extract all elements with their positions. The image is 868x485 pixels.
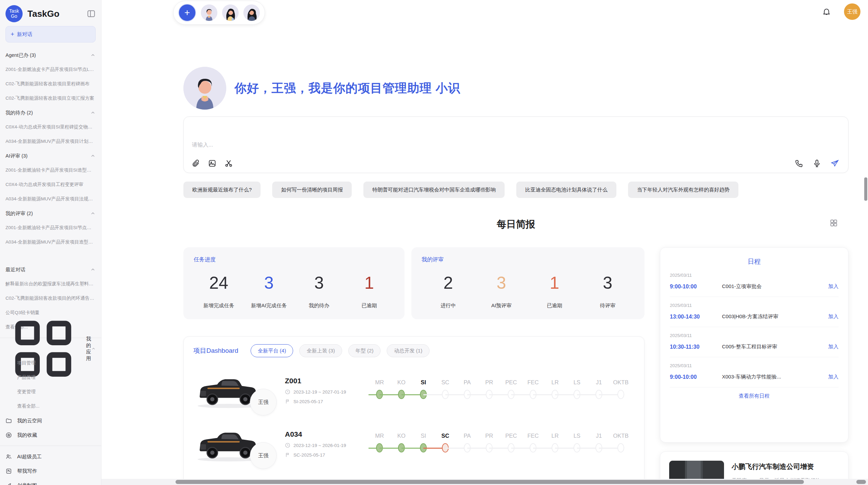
my-review-title: 我的评审 [422,256,634,263]
conversation-item[interactable]: A034-全新新能源MUV产品开发项目造型可行性评审 [5,235,96,249]
conversation-item[interactable]: Z001-全新燃油轻卡产品开发项目SI造型提交物评审 [5,163,96,177]
join-link[interactable]: 加入 [828,283,839,290]
stat-value: 3 [244,271,294,295]
conversation-item[interactable]: C0X4-动力总成开发项目SI里程碑提交物检查 [5,120,96,134]
milestone-label: FEC [522,379,544,386]
sidebar-item-help-write[interactable]: 帮我写作 [5,464,96,478]
chevron-up-icon [90,52,96,58]
milestone-label: SI [412,379,434,386]
stat-label: 我的待办 [294,302,344,309]
session-avatar[interactable] [201,4,217,21]
chat-input-card[interactable]: 请输入... [183,116,848,173]
send-icon[interactable] [830,159,839,168]
session-avatar[interactable] [222,4,239,21]
filter-chip-new-body[interactable]: 全新上装 (3) [299,344,342,357]
conversation-item[interactable]: C0X4-动力总成开发项目工程变更评审 [5,177,96,192]
view-all-schedule-link[interactable]: 查看所有日程 [670,387,839,405]
milestone-label: KO [390,433,412,439]
chat-input-placeholder[interactable]: 请输入... [192,141,213,149]
section-header-recent[interactable]: 最近对话 [5,262,96,277]
sidebar-item-creative-draw[interactable]: 创意制图 [5,478,96,485]
scissors-icon[interactable] [224,159,233,168]
attach-icon[interactable] [191,159,200,168]
project-flag: SI-2025-05-17 [293,399,323,404]
project-dates: 2023-12-19 ~ 2026-01-19 [293,443,346,448]
microphone-icon[interactable] [812,159,821,168]
milestone-timeline: MRKOSISCPAPRPECFECLRLSJ1OKTB [369,379,632,402]
project-row[interactable]: 王强 Z001 2023-12-19 ~ 2027-01-19 [193,370,635,411]
milestone-label: J1 [588,433,610,439]
sidebar-item-favorites[interactable]: 我的收藏 [5,428,96,442]
milestone-dot [617,390,624,399]
section-header-my-review[interactable]: 我的评审 (2) [5,206,96,221]
suggestion-chip[interactable]: 如何写一份清晰的项目周报 [272,182,352,198]
user-avatar[interactable]: 王强 [844,3,860,20]
conversation-item[interactable]: A034-全新新能源MUV产品开发项目法规符合性评审 [5,192,96,206]
layout-grid-icon[interactable] [829,219,838,227]
conversation-item[interactable]: Z001-全新燃油皮卡产品开发项目SI节点Lesson Learn报告 [5,62,96,77]
section-header-my-todo[interactable]: 我的待办 (2) [5,105,96,120]
stat-label: AI预评审 [475,302,528,309]
session-avatar[interactable] [243,4,260,21]
chevron-up-icon [90,153,96,159]
conversation-item[interactable]: C02-飞腾新能源轻客改款项目立项汇报方案 [5,91,96,105]
stat-label: 待评审 [581,302,634,309]
filter-chip-model-year[interactable]: 年型 (2) [348,344,381,357]
recent-conversation[interactable]: C02-飞腾新能源轻客改款项目的闭环通告反馈情况 [5,291,96,306]
image-icon[interactable] [208,159,217,168]
milestone-label: OKTB [610,433,632,439]
sidebar-item-cloud-space[interactable]: 我的云空间 [5,413,96,428]
chevron-up-icon [91,346,96,351]
project-dates: 2023-12-19 ~ 2027-01-19 [293,389,346,395]
suggestion-chip[interactable]: 欧洲新规最近颁布了什么? [183,182,261,198]
milestone-label: LR [544,379,566,386]
project-dashboard-card: 项目Dashboard 全新平台 (4) 全新上装 (3) 年型 (2) 动总开… [183,336,644,485]
milestone-label: FEC [522,433,544,439]
new-chat-button[interactable]: + 新对话 [5,26,96,42]
new-chat-label: 新对话 [17,31,33,38]
recent-conversation[interactable]: 解释最新出台的欧盟报废车法规再生塑料比例被调至15%... [5,277,96,291]
suggestion-chip[interactable]: 当下年轻人对汽车外观有怎样的喜好趋势 [628,182,738,198]
milestone-timeline: MRKOSISCPAPRPECFECLRLSJ1OKTB [369,433,632,456]
join-link[interactable]: 加入 [828,313,839,320]
app-item-view-all[interactable]: 查看全部... [5,399,96,413]
sidebar-collapse-icon[interactable] [87,9,96,18]
milestone-label: PA [456,379,478,386]
horizontal-scrollbar-track[interactable] [101,479,868,485]
horizontal-scrollbar-corner[interactable] [856,480,866,484]
quill-icon [5,482,12,485]
conversation-item[interactable]: Z001-全新燃油轻卡产品开发项目SI节点属性5D文件评审 [5,221,96,235]
schedule-time: 9:00-10:00 [670,374,722,380]
filter-chip-new-platform[interactable]: 全新平台 (4) [251,344,293,357]
suggestion-chips: 欧洲新规最近颁布了什么? 如何写一份清晰的项目周报 特朗普可能对进口汽车增税会对… [183,182,848,198]
chevron-up-icon [90,110,96,115]
stat: 2 进行中 [422,271,475,309]
suggestion-chip[interactable]: 比亚迪全固态电池计划具体说了什么 [516,182,616,198]
section-header-ai-review[interactable]: AI评审 (3) [5,149,96,163]
write-doc-icon [5,468,12,474]
milestone-label: LR [544,433,566,439]
sidebar-item-my-apps[interactable]: 我的应用 [5,341,96,356]
notification-bell-icon[interactable] [822,7,831,16]
conversation-item[interactable]: C02-飞腾新能源轻客改款项目里程碑画布 [5,77,96,91]
add-session-button[interactable]: + [178,4,196,22]
horizontal-scrollbar-thumb[interactable] [176,480,804,484]
logo-row: Task Go TaskGo [5,4,96,23]
join-link[interactable]: 加入 [828,344,839,350]
app-item-change-mgmt[interactable]: 变更管理 [5,385,96,399]
project-code: Z001 [285,377,367,385]
stat-value: 3 [294,271,344,295]
schedule-item: 2025/03/11 9:00-10:00 C001-立项审批会 加入 [670,267,839,297]
main-area: + 王强 你好，王强，我是你的项目管理助理 小识 请输入... [101,0,868,485]
join-link[interactable]: 加入 [828,374,839,380]
suggestion-chip[interactable]: 特朗普可能对进口汽车增税会对中国车企造成哪些影响 [363,182,505,198]
vertical-scrollbar-thumb[interactable] [864,177,867,201]
conversation-item[interactable]: A034-全新新能源MUV产品开发项目计划变更表编写 [5,134,96,149]
schedule-card: 日程 2025/03/11 9:00-10:00 C001-立项审批会 加入 2… [660,247,848,443]
phone-call-icon[interactable] [795,159,804,168]
section-header-agent-done[interactable]: Agent已办 (3) [5,48,96,62]
filter-chip-powertrain[interactable]: 动总开发 (1) [387,344,430,357]
project-row[interactable]: 王强 A034 2023-12-19 ~ 2026-01-19 [193,424,635,464]
sidebar-item-ai-super-staff[interactable]: AI超级员工 [5,449,96,464]
stat-label: 进行中 [422,302,475,309]
